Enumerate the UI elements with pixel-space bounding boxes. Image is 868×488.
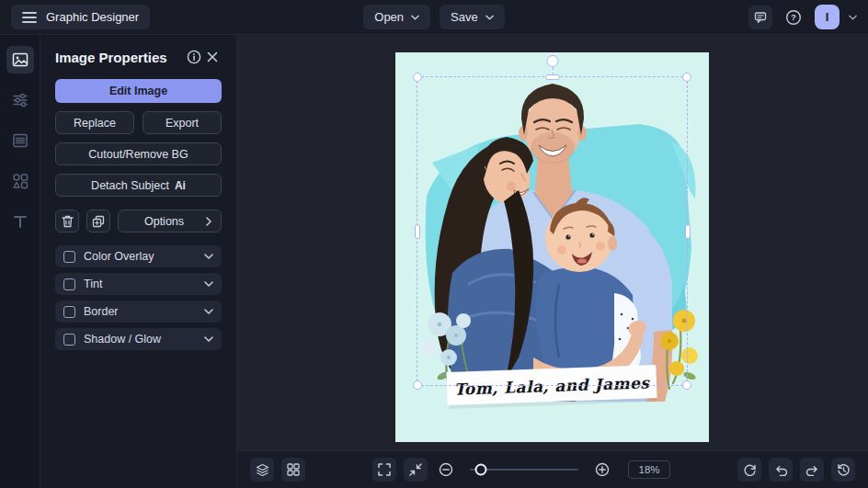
- panel-title: Image Properties: [55, 50, 185, 65]
- family-portrait-image[interactable]: Tom, Lala, and James: [395, 52, 709, 442]
- avatar-initial: I: [826, 10, 829, 24]
- text-icon: [13, 214, 28, 229]
- sliders-icon: [12, 92, 29, 108]
- fit-screen-icon: [409, 463, 422, 476]
- color-overlay-checkbox[interactable]: [63, 251, 75, 263]
- history-button[interactable]: [831, 458, 855, 482]
- top-left-handle[interactable]: [413, 73, 422, 82]
- shadow-glow-checkbox[interactable]: [63, 334, 75, 346]
- section-label: Tint: [84, 278, 196, 290]
- tint-checkbox[interactable]: [63, 278, 75, 290]
- rail-item-pages[interactable]: [6, 127, 34, 154]
- delete-button[interactable]: [55, 210, 79, 233]
- duplicate-button[interactable]: [86, 210, 110, 233]
- shapes-icon: [12, 173, 29, 189]
- layers-button[interactable]: [250, 458, 274, 482]
- zoom-level-display: 18%: [628, 460, 669, 479]
- section-label: Border: [84, 305, 196, 318]
- top-center-handle[interactable]: [545, 74, 560, 80]
- rotation-handle[interactable]: [546, 55, 558, 67]
- section-shadow-glow[interactable]: Shadow / Glow: [55, 328, 222, 350]
- ai-badge: Ai: [175, 179, 186, 192]
- trash-icon: [62, 215, 74, 228]
- image-properties-panel: Image Properties Edit Image Replace Expo…: [40, 35, 237, 488]
- fullscreen-icon: [378, 463, 391, 476]
- top-right-handle[interactable]: [682, 73, 691, 82]
- chevron-down-icon: [485, 15, 494, 20]
- document-lines-icon: [12, 132, 29, 149]
- hamburger-menu-icon[interactable]: [22, 12, 37, 23]
- app-title: Graphic Designer: [46, 10, 139, 24]
- right-center-handle[interactable]: [685, 224, 691, 239]
- undo-button[interactable]: [769, 458, 793, 482]
- chevron-down-icon[interactable]: [204, 281, 213, 287]
- rail-item-shapes[interactable]: [6, 167, 34, 195]
- section-label: Color Overlay: [84, 250, 196, 263]
- options-button[interactable]: Options: [118, 210, 222, 233]
- close-icon: [207, 51, 218, 62]
- save-button-label: Save: [451, 10, 478, 24]
- grid-view-button[interactable]: [281, 458, 305, 482]
- open-button-label: Open: [374, 10, 404, 24]
- tool-rail: [0, 35, 40, 488]
- svg-text:?: ?: [791, 12, 796, 22]
- plus-circle-icon: [595, 462, 610, 477]
- section-border[interactable]: Border: [55, 301, 222, 323]
- zoom-in-button[interactable]: [591, 459, 613, 481]
- zoom-slider-knob[interactable]: [475, 464, 487, 476]
- duplicate-icon: [92, 215, 105, 228]
- open-button[interactable]: Open: [363, 5, 430, 29]
- bottom-right-handle[interactable]: [682, 380, 691, 390]
- bottom-left-handle[interactable]: [413, 380, 422, 390]
- history-icon: [837, 463, 851, 477]
- left-center-handle[interactable]: [415, 224, 420, 239]
- fit-to-screen-button[interactable]: [404, 458, 428, 482]
- redo-icon: [805, 464, 819, 476]
- refresh-icon: [743, 463, 757, 477]
- info-icon: [187, 50, 201, 64]
- bottom-toolbar: 18%: [237, 450, 868, 488]
- save-button[interactable]: Save: [440, 5, 505, 29]
- export-button[interactable]: Export: [143, 111, 222, 134]
- zoom-slider[interactable]: [470, 469, 578, 471]
- fullscreen-button[interactable]: [372, 458, 396, 482]
- chevron-down-icon: [411, 15, 419, 20]
- chevron-down-icon[interactable]: [204, 309, 213, 314]
- grid-icon: [287, 463, 300, 476]
- options-label: Options: [128, 215, 200, 228]
- comment-icon: [754, 11, 767, 24]
- redo-button[interactable]: [800, 458, 824, 482]
- chevron-down-icon[interactable]: [204, 254, 213, 259]
- top-bar: Graphic Designer Open Save ?: [0, 0, 868, 35]
- border-checkbox[interactable]: [63, 306, 75, 318]
- section-color-overlay[interactable]: Color Overlay: [55, 245, 222, 267]
- section-label: Shadow / Glow: [84, 333, 196, 346]
- edit-image-button[interactable]: Edit Image: [55, 79, 222, 103]
- canvas-area[interactable]: Tom, Lala, and James: [237, 35, 868, 488]
- app-menu-chip[interactable]: Graphic Designer: [11, 5, 150, 29]
- account-chevron-down-icon[interactable]: [849, 15, 857, 20]
- user-avatar[interactable]: I: [815, 5, 839, 29]
- section-tint[interactable]: Tint: [55, 273, 222, 295]
- help-button[interactable]: ?: [782, 6, 805, 29]
- close-panel-button[interactable]: [203, 48, 222, 66]
- detach-subject-button[interactable]: Detach Subject Ai: [55, 174, 222, 197]
- rail-item-adjustments[interactable]: [6, 86, 34, 114]
- layers-icon: [256, 463, 269, 477]
- rail-item-image[interactable]: [6, 46, 34, 74]
- rail-item-text[interactable]: [6, 208, 34, 235]
- image-icon: [12, 51, 29, 68]
- chevron-right-icon: [206, 217, 211, 226]
- feedback-button[interactable]: [748, 6, 772, 29]
- cutout-remove-bg-button[interactable]: Cutout/Remove BG: [55, 142, 222, 165]
- artboard[interactable]: Tom, Lala, and James: [395, 52, 709, 442]
- minus-circle-icon: [439, 462, 453, 477]
- undo-icon: [774, 464, 788, 476]
- info-button[interactable]: [185, 48, 203, 66]
- replace-button[interactable]: Replace: [55, 111, 134, 134]
- zoom-out-button[interactable]: [435, 459, 457, 481]
- detach-subject-label: Detach Subject: [91, 179, 169, 192]
- chevron-down-icon[interactable]: [204, 336, 213, 342]
- refresh-button[interactable]: [737, 458, 761, 482]
- help-icon: ?: [785, 9, 802, 26]
